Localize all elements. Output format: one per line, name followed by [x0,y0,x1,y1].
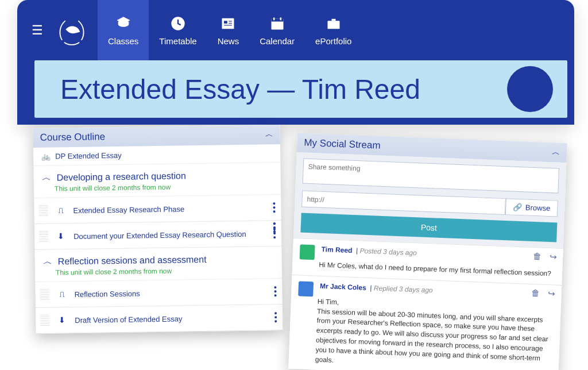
flow-icon: ⎍ [55,206,66,215]
course-name: DP Extended Essay [55,151,122,161]
svg-rect-7 [271,19,283,22]
post-author: Tim Reed [321,245,352,255]
nav-calendar[interactable]: Calendar [249,0,305,60]
avatar [300,244,315,260]
chevron-up-icon: ︿ [42,172,51,184]
bike-icon: 🚲 [41,152,51,161]
post-time: Replied 3 days ago [374,284,433,294]
post-time: Posted 3 days ago [359,246,417,257]
kebab-menu-icon[interactable] [273,202,275,213]
drag-handle-icon[interactable] [38,205,48,217]
download-icon: ⬇ [55,232,67,241]
delete-icon[interactable]: 🗑 [531,288,540,299]
school-logo [52,10,92,51]
unit-title: Developing a research question [57,171,186,183]
nav-label: ePortfolio [315,36,351,46]
kebab-menu-icon[interactable] [274,312,277,322]
nav-label: News [218,36,239,46]
post-body: Hi Tim, This session will be about 20-30… [315,296,554,370]
delete-icon[interactable]: 🗑 [533,251,542,262]
svg-rect-11 [331,19,335,21]
flow-icon: ⎍ [56,290,67,299]
svg-rect-4 [229,23,233,24]
svg-rect-1 [222,18,234,29]
social-compose-area: 🔗 Browse Post [293,152,566,248]
classes-icon [115,14,131,33]
share-icon[interactable]: ↪ [548,288,556,299]
course-outline-panel: Course Outline ︿ 🚲 DP Extended Essay ︿ D… [33,125,283,334]
nav-label: Classes [108,36,138,46]
nav-items: Classes Timetable News Calendar ePortfol… [98,0,362,60]
kebab-menu-icon[interactable] [274,286,276,296]
drag-handle-icon[interactable] [40,315,49,326]
top-navbar: ☰ Classes Timetable News [17,0,574,60]
briefcase-icon [326,14,342,33]
unit-title: Reflection sessions and assessment [58,254,207,267]
task-label: Document your Extended Essay Research Qu… [74,229,246,240]
task-row[interactable]: ⎍ Extended Essay Research Phase [34,195,281,224]
task-row[interactable]: ⬇ Document your Extended Essay Research … [34,221,282,250]
svg-rect-5 [224,25,232,25]
app-window: ☰ Classes Timetable News [17,0,574,125]
chevron-up-icon: ︿ [43,256,52,268]
social-post: 🗑 ↪ Mr Jack Coles | Replied 3 days ago H… [288,275,562,370]
social-stream-panel: My Social Stream ︿ 🔗 Browse Post 🗑 ↪ Tim… [288,133,567,370]
share-input[interactable] [303,159,559,194]
task-label: Extended Essay Research Phase [73,205,184,215]
task-row[interactable]: ⎍ Reflection Sessions [35,279,283,308]
download-icon: ⬇ [56,315,68,325]
post-body: Hi Mr Coles, what do I need to prepare f… [319,260,555,279]
avatar [298,281,314,296]
nav-eportfolio[interactable]: ePortfolio [305,0,362,60]
nav-timetable[interactable]: Timetable [149,0,207,60]
panel-title: My Social Stream [304,137,381,152]
chevron-up-icon[interactable]: ︿ [552,147,560,158]
post-button[interactable]: Post [300,213,557,242]
share-icon[interactable]: ↪ [550,252,558,262]
task-label: Draft Version of Extended Essay [75,314,182,325]
calendar-icon [269,14,285,33]
kebab-menu-icon[interactable] [273,222,276,233]
page-title: Extended Essay — Tim Reed [60,74,420,105]
nav-news[interactable]: News [207,0,250,60]
task-label: Reflection Sessions [74,289,140,299]
chevron-up-icon[interactable]: ︿ [265,129,273,140]
nav-classes[interactable]: Classes [98,0,149,60]
nav-label: Calendar [260,36,295,46]
task-row[interactable]: ⬇ Draft Version of Extended Essay [36,305,283,334]
link-icon: 🔗 [513,203,523,212]
page-banner: Extended Essay — Tim Reed [34,60,567,118]
hamburger-menu-icon[interactable]: ☰ [23,23,52,38]
svg-rect-2 [224,21,227,24]
student-avatar[interactable] [507,66,553,112]
page-banner-wrap: Extended Essay — Tim Reed [17,60,574,125]
nav-label: Timetable [159,36,196,46]
svg-rect-10 [327,21,339,29]
drag-handle-icon[interactable] [39,231,48,242]
post-author: Mr Jack Coles [320,282,366,292]
panel-title: Course Outline [40,131,106,144]
browse-button[interactable]: 🔗 Browse [505,198,558,217]
svg-rect-3 [229,21,233,21]
url-input[interactable] [301,191,505,215]
browse-label: Browse [525,203,551,213]
news-icon [220,14,236,33]
timetable-icon [170,14,186,33]
drag-handle-icon[interactable] [40,289,49,300]
